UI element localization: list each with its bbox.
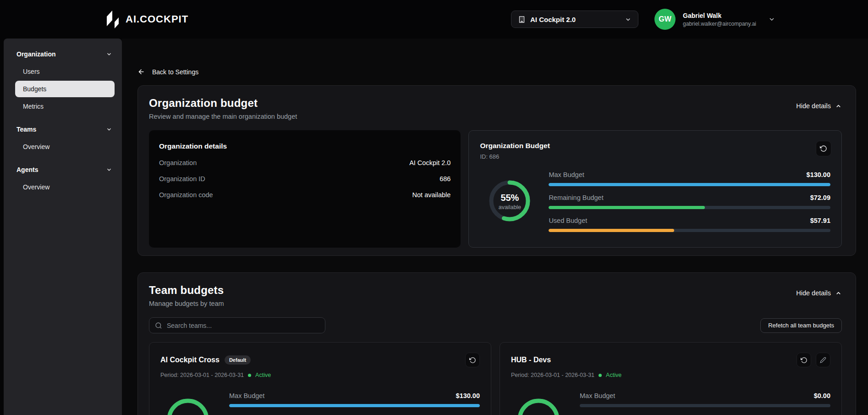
detail-row-organization-id: Organization ID 686	[159, 175, 450, 183]
hide-details-label: Hide details	[796, 289, 831, 297]
status-dot	[599, 374, 602, 377]
sidebar-section-agents[interactable]: Agents	[4, 163, 122, 176]
back-to-settings-link[interactable]: Back to Settings	[137, 68, 198, 76]
chevron-down-icon	[106, 166, 112, 173]
team-budgets-title: Team budgets	[149, 284, 224, 297]
bar-label: Max Budget	[229, 392, 264, 399]
org-budget-donut: 55% available	[488, 179, 531, 224]
sidebar-item-teams-overview[interactable]: Overview	[15, 138, 115, 155]
bar-value: $130.00	[807, 171, 830, 178]
refresh-team-budget-button[interactable]	[797, 353, 811, 367]
team-period: Period: 2026-03-01 - 2026-03-31	[160, 372, 244, 378]
chevron-up-icon	[835, 103, 842, 110]
bar-label: Max Budget	[549, 171, 584, 178]
organization-budget-panel: Organization Budget ID: 686 55% availabl…	[468, 130, 842, 248]
team-card-ai-cockpit-cross: AI Cockpit Cross Default Period: 2026-03…	[149, 342, 491, 415]
org-selector-dropdown[interactable]: AI Cockpit 2.0	[511, 11, 638, 28]
max-budget-bar	[580, 404, 830, 407]
bar-value: $0.00	[814, 392, 830, 399]
brand-name: AI.COCKPIT	[126, 13, 188, 25]
edit-team-budget-button[interactable]	[816, 353, 830, 367]
user-email: gabriel.walker@aircompany.ai	[683, 21, 756, 27]
chevron-up-icon	[835, 290, 842, 297]
sidebar-item-label: Metrics	[23, 103, 44, 110]
chevron-down-icon	[106, 51, 112, 57]
back-link-label: Back to Settings	[152, 68, 198, 76]
refresh-icon	[801, 357, 808, 364]
org-budget-id: ID: 686	[480, 153, 830, 160]
status-badge: Active	[255, 372, 271, 378]
sidebar-item-metrics[interactable]: Metrics	[15, 98, 115, 115]
max-budget-bar	[549, 183, 830, 186]
refresh-team-budget-button[interactable]	[465, 353, 480, 367]
remaining-budget-row: Remaining Budget $72.09	[549, 194, 830, 209]
sidebar-item-label: Overview	[23, 143, 49, 150]
bar-label: Max Budget	[580, 392, 615, 399]
org-budget-subtitle: Review and manage the main organization …	[149, 113, 297, 120]
user-menu[interactable]: GW Gabriel Walk gabriel.walker@aircompan…	[654, 9, 775, 30]
chevron-down-icon	[768, 16, 775, 23]
refresh-icon	[820, 145, 827, 152]
org-selector-value: AI Cockpit 2.0	[530, 16, 620, 23]
building-icon	[518, 16, 526, 23]
team-name: AI Cockpit Cross	[160, 356, 220, 364]
sidebar-item-label: Users	[23, 68, 40, 75]
org-budget-panel-title: Organization Budget	[480, 142, 830, 150]
team-card-hub-devs: HUB - Devs Period: 2026-03-01 - 2026-03-…	[500, 342, 842, 415]
avatar-initials: GW	[659, 15, 671, 23]
team-hide-details-toggle[interactable]: Hide details	[796, 289, 842, 297]
organization-details-panel: Organization details Organization AI Coc…	[149, 130, 461, 248]
detail-row-organization: Organization AI Cockpit 2.0	[159, 159, 450, 166]
team-budgets-subtitle: Manage budgets by team	[149, 300, 224, 307]
max-budget-row: Max Budget $130.00	[229, 392, 480, 407]
detail-label: Organization ID	[159, 175, 205, 183]
organization-budget-card: Organization budget Review and manage th…	[137, 85, 856, 256]
detail-value: Not available	[412, 191, 451, 199]
sidebar-item-agents-overview[interactable]: Overview	[15, 179, 115, 195]
org-details-title: Organization details	[159, 142, 450, 150]
chevron-down-icon	[625, 16, 632, 23]
status-dot	[248, 374, 251, 377]
sidebar-section-label: Organization	[16, 50, 56, 58]
sidebar-item-label: Overview	[23, 183, 49, 191]
bar-value: $130.00	[456, 392, 480, 399]
brand-logo-icon	[106, 10, 120, 28]
sidebar-item-label: Budgets	[23, 85, 46, 93]
bar-value: $72.09	[810, 194, 830, 201]
detail-value: 686	[439, 175, 450, 183]
bar-value: $57.91	[810, 217, 830, 224]
refetch-all-team-budgets-button[interactable]: Refetch all team budgets	[760, 318, 842, 333]
team-budgets-card: Team budgets Manage budgets by team Hide…	[137, 272, 856, 415]
default-badge: Default	[225, 355, 251, 365]
sidebar-item-users[interactable]: Users	[15, 63, 115, 80]
sidebar-section-organization[interactable]: Organization	[4, 48, 122, 61]
team-period: Period: 2026-03-01 - 2026-03-31	[511, 372, 594, 378]
team-budget-donut: 100%	[516, 398, 560, 415]
donut-percent-label: 55%	[500, 193, 519, 203]
detail-value: AI Cockpit 2.0	[409, 159, 450, 166]
search-teams-box	[149, 317, 325, 333]
search-teams-input[interactable]	[167, 322, 319, 329]
brand-logo: AI.COCKPIT	[106, 10, 188, 28]
max-budget-row: Max Budget $130.00	[549, 171, 830, 186]
max-budget-row: Max Budget $0.00	[580, 392, 830, 407]
max-budget-bar	[229, 404, 480, 407]
remaining-budget-bar	[549, 206, 830, 209]
hide-details-label: Hide details	[796, 102, 831, 110]
bar-label: Remaining Budget	[549, 194, 603, 201]
arrow-left-icon	[137, 68, 145, 76]
chevron-down-icon	[106, 126, 112, 133]
top-header: AI.COCKPIT AI Cockpit 2.0 GW Gabriel Wal…	[0, 0, 868, 39]
sidebar-section-label: Teams	[16, 126, 36, 133]
sidebar-item-budgets[interactable]: Budgets	[15, 81, 115, 97]
used-budget-row: Used Budget $57.91	[549, 217, 830, 232]
user-name: Gabriel Walk	[683, 12, 756, 19]
user-info: Gabriel Walk gabriel.walker@aircompany.a…	[683, 12, 756, 27]
org-hide-details-toggle[interactable]: Hide details	[796, 102, 842, 110]
refresh-org-budget-button[interactable]	[816, 141, 831, 156]
status-badge: Active	[606, 372, 621, 378]
sidebar-section-label: Agents	[16, 166, 38, 173]
sidebar-section-teams[interactable]: Teams	[4, 123, 122, 136]
refresh-icon	[469, 357, 476, 364]
pencil-icon	[820, 357, 826, 363]
